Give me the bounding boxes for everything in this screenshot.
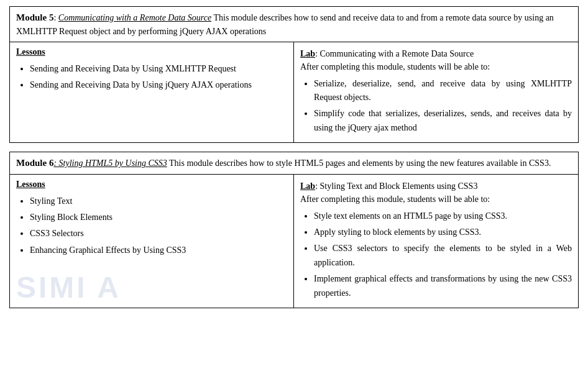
module5-lessons-list: Sending and Receiving Data by Using XMLH… (16, 62, 287, 93)
list-item: Apply styling to block elements by using… (314, 226, 572, 239)
module6-header: Module 6: Styling HTML5 by Using CSS3 Th… (10, 152, 578, 175)
list-item: Use CSS3 selectors to specify the elemen… (314, 242, 572, 270)
list-item: Styling Block Elements (30, 211, 287, 224)
module6-lab-intro: Lab: Styling Text and Block Elements usi… (300, 180, 572, 206)
module5-title: Communicating with a Remote Data Source (58, 13, 211, 22)
list-item: Sending and Receiving Data by Using jQue… (30, 78, 287, 92)
module6-number: Module 6 (16, 158, 53, 168)
module6-lessons-heading: Lessons (16, 180, 287, 190)
module6-lab-col: Lab: Styling Text and Block Elements usi… (294, 175, 578, 308)
module6-lab-heading: Lab (300, 181, 315, 191)
list-item: Sending and Receiving Data by Using XMLH… (30, 62, 287, 76)
module6-lab-after: After completing this module, students w… (300, 195, 490, 204)
list-item: Serialize, deserialize, send, and receiv… (314, 77, 572, 105)
module6-body: Lessons Styling Text Styling Block Eleme… (10, 175, 578, 308)
list-item: Simplify code that serializes, deseriali… (314, 107, 572, 135)
module5-lab-intro: Lab: Communicating with a Remote Data So… (300, 47, 572, 73)
module5-lessons-heading: Lessons (16, 47, 287, 57)
module6-lab-title: : Styling Text and Block Elements using … (315, 181, 477, 191)
module5-lessons-col: Lessons Sending and Receiving Data by Us… (10, 42, 294, 143)
list-item: Enhancing Graphical Effects by Using CSS… (30, 244, 287, 257)
list-item: Implement graphical effects and transfor… (314, 272, 572, 300)
module5-lab-title: : Communicating with a Remote Data Sourc… (315, 49, 474, 58)
module5-number: Module 5 (16, 12, 53, 22)
module5-lab-col: Lab: Communicating with a Remote Data So… (294, 42, 578, 143)
module5-block: Module 5: Communicating with a Remote Da… (9, 6, 579, 143)
module6-lessons-col: Lessons Styling Text Styling Block Eleme… (10, 175, 294, 308)
module5-body: Lessons Sending and Receiving Data by Us… (10, 42, 578, 143)
list-item: Styling Text (30, 195, 287, 208)
list-item: Style text elements on an HTML5 page by … (314, 209, 572, 223)
module5-lab-heading: Lab (300, 49, 315, 58)
module6-block: Module 6: Styling HTML5 by Using CSS3 Th… (9, 152, 579, 308)
module5-title-colon: : (53, 13, 58, 22)
list-item: CSS3 Selectors (30, 227, 287, 240)
module6-description: This module describes how to style HTML5… (167, 158, 551, 168)
module6-lessons-list: Styling Text Styling Block Elements CSS3… (16, 195, 287, 258)
module5-lab-after: After completing this module, students w… (300, 62, 490, 71)
module6-lab-list: Style text elements on an HTML5 page by … (300, 209, 572, 300)
module5-lab-list: Serialize, deserialize, send, and receiv… (300, 77, 572, 135)
module6-title: : Styling HTML5 by Using CSS3 (53, 158, 167, 168)
module5-header: Module 5: Communicating with a Remote Da… (10, 7, 578, 42)
